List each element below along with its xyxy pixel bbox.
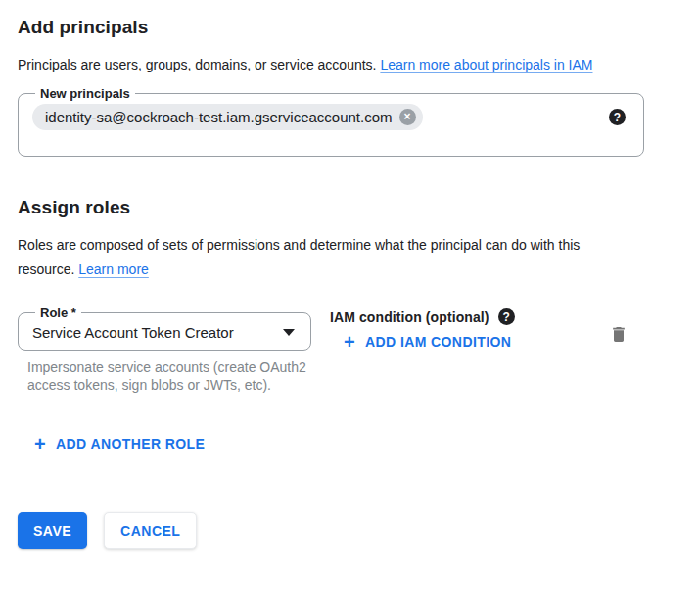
role-column: Role * Service Account Token Creator Imp… (18, 306, 311, 394)
learn-more-principals-link[interactable]: Learn more about principals in IAM (380, 57, 592, 72)
principals-description-text: Principals are users, groups, domains, o… (18, 57, 377, 72)
add-another-role-button[interactable]: +ADD ANOTHER ROLE (34, 436, 205, 451)
new-principals-input-row: identity-sa@cockroach-test.iam.gservicea… (32, 104, 629, 130)
trash-icon (609, 324, 628, 345)
add-iam-condition-label: ADD IAM CONDITION (365, 334, 511, 350)
iam-condition-column: IAM condition (optional) ? +ADD IAM COND… (330, 306, 515, 353)
add-another-role-label: ADD ANOTHER ROLE (56, 436, 205, 451)
plus-icon: + (344, 334, 355, 350)
role-select-label: Role * (35, 306, 81, 320)
role-row: Role * Service Account Token Creator Imp… (18, 306, 644, 394)
principal-chip[interactable]: identity-sa@cockroach-test.iam.gservicea… (32, 104, 423, 130)
delete-role-column (609, 324, 628, 349)
add-iam-condition-button[interactable]: +ADD IAM CONDITION (344, 334, 511, 350)
iam-condition-label: IAM condition (optional) (330, 309, 489, 325)
iam-condition-help-icon[interactable]: ? (498, 308, 515, 325)
new-principals-field[interactable]: New principals identity-sa@cockroach-tes… (18, 86, 644, 157)
roles-description: Roles are composed of sets of permission… (18, 233, 605, 282)
iam-condition-label-row: IAM condition (optional) ? (330, 308, 515, 325)
save-button[interactable]: SAVE (18, 512, 87, 549)
role-select-value: Service Account Token Creator (32, 324, 234, 341)
assign-roles-title: Assign roles (18, 197, 644, 218)
page-title: Add principals (18, 17, 644, 38)
cancel-button[interactable]: CANCEL (104, 512, 197, 549)
principal-chip-label: identity-sa@cockroach-test.iam.gservicea… (45, 109, 393, 125)
principals-description: Principals are users, groups, domains, o… (18, 53, 634, 77)
chip-remove-icon[interactable]: × (399, 109, 416, 125)
learn-more-roles-link[interactable]: Learn more (78, 261, 149, 277)
delete-role-button[interactable] (609, 324, 628, 345)
dropdown-arrow-icon (283, 329, 295, 336)
role-select[interactable]: Role * Service Account Token Creator (18, 306, 311, 351)
actions-row: SAVE CANCEL (18, 512, 644, 549)
role-helper-text: Impersonate service accounts (create OAu… (27, 359, 313, 394)
add-principals-panel: Add principals Principals are users, gro… (0, 0, 698, 616)
new-principals-help-icon[interactable]: ? (609, 109, 626, 125)
new-principals-label: New principals (35, 86, 135, 101)
plus-icon: + (34, 436, 46, 451)
role-select-value-row[interactable]: Service Account Token Creator (32, 324, 297, 341)
